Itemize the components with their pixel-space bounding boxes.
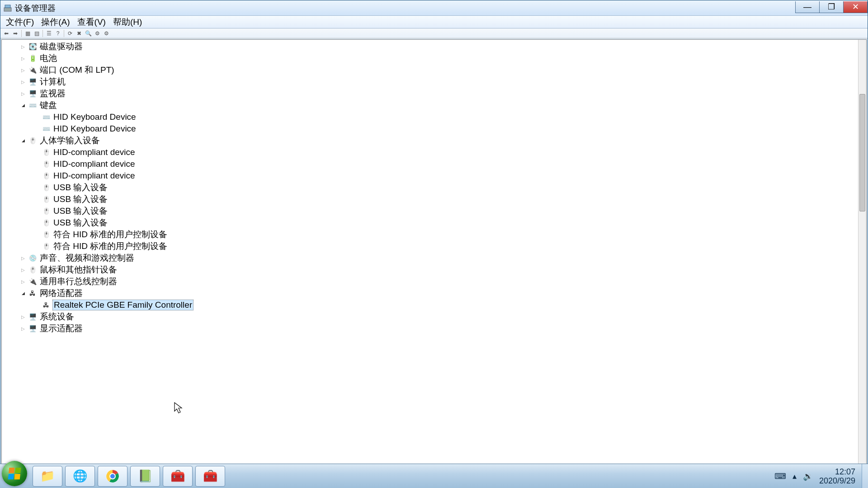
taskbar-item-toolbox-2[interactable]: 🧰 <box>195 466 225 487</box>
tree-node[interactable]: 🖱️鼠标和其他指针设备 <box>2 264 858 276</box>
tree-node-label: 显示适配器 <box>39 323 84 334</box>
toolbar-separator <box>64 30 64 37</box>
start-button[interactable] <box>2 461 27 486</box>
tree-node[interactable]: 🖱️HID-compliant device <box>2 170 858 182</box>
expand-toggle-collapsed-icon[interactable] <box>20 79 26 85</box>
expand-toggle-collapsed-icon[interactable] <box>20 255 26 261</box>
tree-node[interactable]: 🖱️HID-compliant device <box>2 158 858 170</box>
expand-toggle-collapsed-icon[interactable] <box>20 267 26 273</box>
menu-file[interactable]: 文件(F) <box>3 15 37 29</box>
keyboard-tray-icon[interactable]: ⌨ <box>774 471 786 481</box>
back-button[interactable]: ⬅ <box>2 29 10 38</box>
taskbar-item-browser-360[interactable]: 🌐 <box>65 466 95 487</box>
tree-node[interactable]: 🖱️符合 HID 标准的用户控制设备 <box>2 240 858 252</box>
tree-node[interactable]: 🖱️符合 HID 标准的用户控制设备 <box>2 229 858 240</box>
show-desktop-button[interactable] <box>862 464 868 488</box>
help-button[interactable]: ? <box>54 29 62 38</box>
vertical-scrollbar[interactable] <box>858 40 866 486</box>
taskbar-item-notepad[interactable]: 📗 <box>130 466 160 487</box>
windows-logo-icon <box>8 468 21 479</box>
update-driver-button[interactable]: ⟳ <box>66 29 74 38</box>
taskbar: 📁 🌐 📗 🧰 🧰 ⌨ ▴ 🔉 12:07 2020/9/29 <box>0 464 868 488</box>
scan-hardware-button[interactable]: 🔍 <box>84 29 92 38</box>
tree-node[interactable]: 🖱️HID-compliant device <box>2 146 858 158</box>
tree-node-label: 监视器 <box>39 88 66 99</box>
properties-button[interactable]: ☰ <box>45 29 53 38</box>
tree-node[interactable]: 🖥️监视器 <box>2 88 858 99</box>
expand-toggle-collapsed-icon[interactable] <box>20 278 26 285</box>
svg-rect-1 <box>5 5 10 8</box>
forward-button[interactable]: ➡ <box>11 29 19 38</box>
svg-rect-0 <box>4 8 11 11</box>
tree-node-label: 计算机 <box>39 76 66 88</box>
keyboard-icon: ⌨️ <box>42 124 51 133</box>
menu-action[interactable]: 操作(A) <box>38 15 72 29</box>
uninstall-button[interactable]: ✖ <box>75 29 83 38</box>
device-tree[interactable]: 💽磁盘驱动器🔋电池🔌端口 (COM 和 LPT)🖥️计算机🖥️监视器⌨️键盘⌨️… <box>2 40 858 486</box>
tree-node[interactable]: 🖥️显示适配器 <box>2 323 858 334</box>
show-hidden-icons[interactable]: ▴ <box>793 471 797 481</box>
tree-node-label: USB 输入设备 <box>52 217 108 229</box>
tree-node-label: HID-compliant device <box>52 147 136 157</box>
tree-node[interactable]: 🖱️USB 输入设备 <box>2 182 858 193</box>
taskbar-item-explorer[interactable]: 📁 <box>33 466 62 487</box>
menu-view[interactable]: 查看(V) <box>75 15 108 29</box>
show-hide-console-button[interactable]: ▦ <box>24 29 32 38</box>
toolbar-separator <box>42 30 43 37</box>
expand-toggle-collapsed-icon[interactable] <box>20 314 26 320</box>
maximize-button[interactable]: ❐ <box>819 1 844 13</box>
tool-button-2[interactable]: ⚙ <box>102 29 110 38</box>
tree-node[interactable]: ⌨️HID Keyboard Device <box>2 111 858 123</box>
export-list-button[interactable]: ▤ <box>33 29 41 38</box>
expand-toggle-collapsed-icon[interactable] <box>20 55 26 61</box>
tree-node[interactable]: 🖱️人体学输入设备 <box>2 135 858 146</box>
port-icon: 🔌 <box>28 66 37 75</box>
clock[interactable]: 12:07 2020/9/29 <box>819 467 855 485</box>
tree-node[interactable]: 💿声音、视频和游戏控制器 <box>2 252 858 264</box>
expand-toggle-collapsed-icon[interactable] <box>20 90 26 97</box>
scroll-thumb[interactable] <box>859 94 865 211</box>
tree-node[interactable]: 🔌通用串行总线控制器 <box>2 276 858 287</box>
tree-node[interactable]: 🔌端口 (COM 和 LPT) <box>2 64 858 76</box>
tree-node[interactable]: 🔋电池 <box>2 52 858 64</box>
tree-node-label: HID Keyboard Device <box>52 124 137 134</box>
tool-button[interactable]: ⚙ <box>93 29 101 38</box>
tree-node[interactable]: 🖱️USB 输入设备 <box>2 205 858 217</box>
expand-toggle-collapsed-icon[interactable] <box>20 325 26 332</box>
volume-tray-icon[interactable]: 🔉 <box>803 471 813 481</box>
minimize-button[interactable]: — <box>795 1 820 13</box>
taskbar-items: 📁 🌐 📗 🧰 🧰 <box>33 466 225 487</box>
clock-time: 12:07 <box>819 467 855 476</box>
tree-node[interactable]: 🖥️系统设备 <box>2 311 858 323</box>
tree-node-label: 声音、视频和游戏控制器 <box>39 252 135 264</box>
tree-node-label: 网络适配器 <box>39 287 84 299</box>
expand-toggle-expanded-icon[interactable] <box>20 290 26 296</box>
close-button[interactable]: ✕ <box>843 1 868 13</box>
hid-icon: 🖱️ <box>28 136 37 145</box>
taskbar-item-chrome[interactable] <box>98 466 127 487</box>
expand-toggle-expanded-icon[interactable] <box>20 137 26 144</box>
taskbar-item-toolbox-1[interactable]: 🧰 <box>163 466 193 487</box>
keyboard-icon: ⌨️ <box>42 113 51 122</box>
tree-node[interactable]: ⌨️HID Keyboard Device <box>2 123 858 135</box>
menu-help[interactable]: 帮助(H) <box>110 15 145 29</box>
tree-node[interactable]: 🖧网络适配器 <box>2 287 858 299</box>
tree-node[interactable]: 🖧Realtek PCIe GBE Family Controller <box>2 299 858 311</box>
monitor-icon: 🖥️ <box>28 89 37 98</box>
tree-node[interactable]: ⌨️键盘 <box>2 99 858 111</box>
tree-node-label: USB 输入设备 <box>52 182 108 193</box>
tree-node[interactable]: 🖱️USB 输入设备 <box>2 217 858 229</box>
expand-toggle-collapsed-icon[interactable] <box>20 67 26 73</box>
tree-node-label: HID-compliant device <box>52 171 136 181</box>
toolbar: ⬅ ➡ ▦ ▤ ☰ ? ⟳ ✖ 🔍 ⚙ ⚙ <box>0 28 868 38</box>
expand-toggle-expanded-icon[interactable] <box>20 102 26 108</box>
tree-node[interactable]: 🖱️USB 输入设备 <box>2 193 858 205</box>
expand-toggle-collapsed-icon[interactable] <box>20 43 26 50</box>
tree-node-label: 人体学输入设备 <box>39 135 101 146</box>
hid-icon: 🖱️ <box>42 160 51 169</box>
tree-node[interactable]: 💽磁盘驱动器 <box>2 41 858 52</box>
tree-node-label: 通用串行总线控制器 <box>39 276 118 287</box>
battery-icon: 🔋 <box>28 54 37 63</box>
sound-icon: 💿 <box>28 253 37 263</box>
tree-node[interactable]: 🖥️计算机 <box>2 76 858 88</box>
